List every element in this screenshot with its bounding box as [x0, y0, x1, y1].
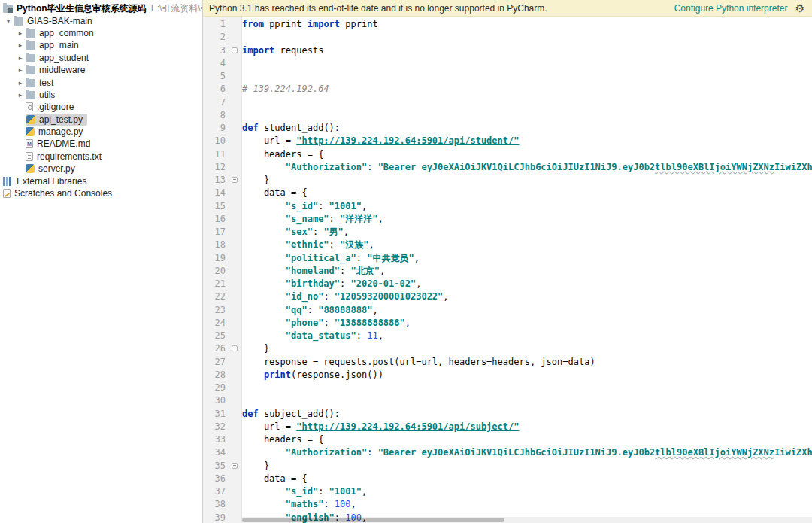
fold-column: [227, 122, 242, 135]
code-text[interactable]: "homeland": "北京",: [242, 265, 385, 278]
code-token: "1001": [329, 201, 362, 211]
tree-item-external-libraries[interactable]: External Libraries: [0, 175, 202, 187]
tree-item-readme-md[interactable]: README.md: [0, 138, 202, 150]
tree-item-app-common[interactable]: ▸app_common: [0, 27, 202, 39]
python-icon: [26, 115, 35, 124]
tree-item-label: middleware: [39, 65, 85, 75]
code-text[interactable]: headers = {: [242, 148, 323, 161]
code-text[interactable]: "s_name": "洋洋洋",: [242, 213, 383, 226]
tree-item-requirements-txt[interactable]: requirements.txt: [0, 151, 202, 163]
code-text[interactable]: "birthday": "2020-01-02",: [242, 278, 421, 290]
code-line: 14 data = {: [203, 187, 812, 199]
line-number: 32: [203, 421, 227, 433]
code-token: [242, 201, 286, 211]
code-token: import: [308, 19, 340, 29]
settings-gear-icon[interactable]: ⚙: [795, 3, 804, 14]
code-editor[interactable]: 1from pprint import pprint2 3import requ…: [203, 17, 812, 523]
code-text[interactable]: [242, 96, 247, 109]
fold-marker-icon[interactable]: [232, 177, 238, 183]
code-token: }: [242, 343, 269, 354]
tree-item-scratches-and-consoles[interactable]: Scratches and Consoles: [0, 187, 202, 199]
code-token: :: [356, 330, 367, 341]
configure-interpreter-link[interactable]: Configure Python interpreter: [674, 3, 788, 14]
code-token: "qq": [286, 305, 308, 315]
code-text[interactable]: }: [242, 342, 269, 355]
fold-column: [227, 498, 242, 511]
code-token: [242, 330, 286, 341]
code-text[interactable]: "s_id": "1001",: [242, 485, 367, 498]
code-text[interactable]: [242, 394, 247, 407]
tree-item-app-main[interactable]: ▸app_main: [0, 39, 202, 51]
code-token: [242, 499, 286, 509]
code-token: "s_id": [286, 201, 318, 211]
code-text[interactable]: response = requests.post(url=url, header…: [242, 356, 595, 369]
code-token: headers = {: [242, 149, 323, 160]
code-text[interactable]: [242, 382, 247, 394]
code-text[interactable]: "political_a": "中共党员",: [242, 252, 420, 265]
code-text[interactable]: "maths": 100,: [242, 498, 356, 511]
code-text[interactable]: url = "http://139.224.192.64:5901/api/su…: [242, 421, 519, 433]
chevron-right-icon[interactable]: ▸: [15, 79, 26, 87]
code-text[interactable]: def subject_add():: [242, 408, 340, 421]
fold-marker-icon[interactable]: [232, 463, 238, 469]
code-text[interactable]: [242, 70, 247, 83]
code-text[interactable]: import requests: [242, 44, 323, 57]
code-line: 32 url = "http://139.224.192.64:5901/api…: [203, 421, 812, 433]
code-text[interactable]: "id_no": "120593200001023022",: [242, 290, 449, 303]
tree-item-manage-py[interactable]: manage.py: [0, 126, 202, 138]
code-token: "s_id": [286, 486, 318, 497]
code-token: data = {: [242, 187, 308, 198]
code-text[interactable]: data = {: [242, 187, 308, 199]
horizontal-scrollbar[interactable]: [242, 517, 812, 523]
code-text[interactable]: print(response.json()): [242, 369, 383, 382]
chevron-down-icon[interactable]: ▾: [3, 17, 14, 25]
code-token: :: [313, 227, 323, 237]
tree-item-server-py[interactable]: server.py: [0, 163, 202, 175]
horizontal-scrollbar-thumb[interactable]: [242, 518, 504, 522]
code-text[interactable]: "sex": "男",: [242, 226, 349, 239]
code-token: "birthday": [286, 278, 340, 289]
code-text[interactable]: "ethnic": "汉族",: [242, 239, 374, 251]
code-text[interactable]: [242, 57, 247, 70]
code-text[interactable]: "Authorization": "Bearer eyJ0eXAiOiJKV1Q…: [242, 446, 812, 459]
code-text[interactable]: from pprint import pprint: [242, 18, 378, 31]
chevron-right-icon[interactable]: ▸: [15, 29, 26, 37]
code-text[interactable]: }: [242, 174, 269, 187]
code-text[interactable]: "Authorization": "Bearer eyJ0eXAiOiJKV1Q…: [242, 161, 812, 174]
code-line: 30: [203, 394, 812, 407]
code-token: "http://139.224.192.64:5901/api/student/…: [296, 135, 519, 146]
tree-item-api-test-py[interactable]: api_test.py: [0, 114, 202, 126]
chevron-right-icon[interactable]: ▸: [15, 66, 26, 74]
code-text[interactable]: # 139.224.192.64: [242, 83, 329, 96]
code-text[interactable]: [242, 109, 247, 122]
code-text[interactable]: url = "http://139.224.192.64:5901/api/st…: [242, 135, 519, 147]
tree-item-middleware[interactable]: ▸middleware: [0, 64, 202, 76]
tree-item-utils[interactable]: ▸utils: [0, 89, 202, 101]
chevron-right-icon[interactable]: ▸: [15, 54, 26, 62]
line-number: 35: [203, 460, 227, 473]
tree-item-app-student[interactable]: ▸app_student: [0, 52, 202, 64]
code-text[interactable]: "qq": "88888888",: [242, 304, 378, 317]
chevron-right-icon[interactable]: ▸: [15, 41, 26, 49]
code-text[interactable]: data = {: [242, 473, 308, 485]
line-number: 4: [203, 57, 227, 70]
code-text[interactable]: def student_add():: [242, 122, 340, 135]
fold-marker-icon[interactable]: [232, 47, 238, 53]
tree-item-gias-bak-main[interactable]: ▾GIAS-BAK-main: [0, 14, 202, 26]
chevron-right-icon[interactable]: ▸: [15, 91, 26, 99]
code-token: def: [242, 409, 259, 419]
code-text[interactable]: "data_status": 11,: [242, 330, 383, 342]
code-text[interactable]: "phone": "13888888888",: [242, 317, 411, 330]
project-root-item[interactable]: Python毕业生信息审核系统源码 E:\引流资料\引流资料科: [0, 2, 202, 14]
tree-item-gitignore[interactable]: .gitignore: [0, 101, 202, 113]
code-text[interactable]: [242, 31, 247, 44]
tree-item-test[interactable]: ▸test: [0, 76, 202, 88]
code-text[interactable]: "s_id": "1001",: [242, 200, 367, 213]
code-token: headers = {: [242, 434, 323, 445]
code-text[interactable]: headers = {: [242, 433, 323, 446]
code-text[interactable]: }: [242, 460, 269, 473]
code-token: url =: [242, 135, 296, 146]
code-token: "data_status": [286, 330, 356, 341]
line-number: 18: [203, 239, 227, 251]
fold-marker-icon[interactable]: [232, 345, 238, 351]
